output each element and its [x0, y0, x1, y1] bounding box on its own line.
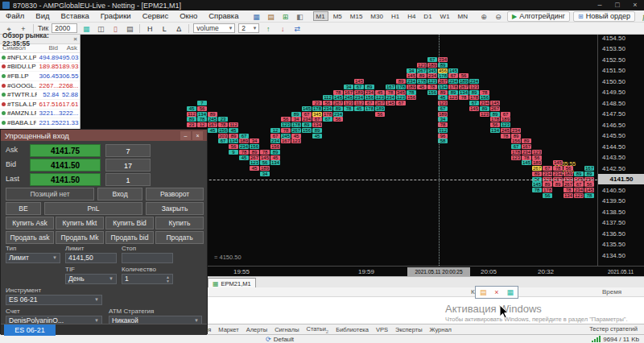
profiles-icon[interactable]: ▤ [265, 11, 278, 22]
buy-market-button[interactable]: Купить Mkt [56, 217, 104, 229]
cluster-chart-icon[interactable]: ▦ [80, 23, 93, 34]
timeframe-M30[interactable]: M30 [367, 11, 386, 21]
sell-button[interactable]: Продать [155, 231, 204, 244]
instrument-tab-es[interactable]: ES 06-21 [4, 324, 56, 336]
minimize-button[interactable]: – [591, 0, 609, 10]
cluster-cell: 156 [407, 95, 416, 100]
market-watch-icon[interactable]: ⊞ [279, 11, 292, 22]
panel-close-button[interactable]: × [192, 131, 203, 140]
spinner-arrows-icon[interactable]: ▲▼ [166, 275, 170, 283]
instrument-select[interactable]: ES 06-21 ▼ [6, 295, 102, 305]
profile-indicator[interactable]: ⟳ Default [266, 336, 294, 343]
toolbox-tab-Библиотека[interactable]: Библиотека [336, 326, 369, 333]
timeframe-M5[interactable]: M5 [330, 11, 345, 21]
cluster-cell: 89 [312, 128, 322, 133]
market-watch-row[interactable]: #TSLA.LP617.51617.61 [0, 100, 80, 110]
delta-toggle[interactable]: Δ [172, 23, 185, 34]
toolbox-tab-Алерты[interactable]: Алерты [246, 326, 267, 333]
sync-icon[interactable]: ⇄ [291, 23, 303, 34]
maximize-button[interactable]: □ [609, 0, 626, 10]
tif-select[interactable]: День ▼ [65, 274, 117, 284]
menu-item-Файл[interactable]: Файл [0, 10, 30, 22]
cluster-cell: 45 [250, 166, 259, 171]
quantity-stepper[interactable]: 1 ▲▼ [122, 274, 173, 284]
down-arrow-icon[interactable]: ↓ [276, 23, 289, 34]
copy-icon[interactable]: ▤ [480, 287, 487, 298]
menu-item-Окно[interactable]: Окно [174, 10, 203, 22]
column-symbol[interactable]: Символ [0, 44, 35, 52]
toolbox-tab-Эксперты[interactable]: Эксперты [395, 326, 423, 333]
column-ask[interactable]: Ask [58, 44, 79, 52]
sell-ask-button[interactable]: Продать ask [6, 231, 54, 244]
price-label: 4152.50 [602, 56, 625, 64]
algo-trading-button[interactable]: ▶ Алготрейдинг [507, 11, 570, 22]
high-toggle[interactable]: H [143, 23, 156, 34]
entry-button[interactable]: Вход [97, 188, 142, 200]
stop-price-input[interactable] [122, 253, 173, 263]
order-type-select[interactable]: Лимит ▼ [6, 253, 60, 263]
navigator-icon[interactable]: ◧ [294, 11, 307, 22]
up-arrow-icon[interactable]: ↑ [262, 23, 275, 34]
menu-item-Вставка[interactable]: Вставка [56, 10, 95, 22]
timeframe-M1[interactable]: M1 [313, 11, 328, 21]
toolbox-tab-Маркет[interactable]: Маркет [218, 326, 238, 333]
profile-view-icon[interactable]: ▤ [123, 23, 136, 34]
menu-item-Справка[interactable]: Справка [203, 10, 244, 22]
bars-chart-icon[interactable]: ◫ [94, 23, 107, 34]
price-scale[interactable]: 4141.50 4154.504153.504152.504151.504150… [597, 35, 644, 266]
close-button[interactable]: × [626, 0, 644, 10]
market-watch-row[interactable]: #TWTR.LP52.8452.88 [0, 90, 80, 100]
market-watch-row[interactable]: #BIDU.LP189.85189.93 [0, 63, 80, 72]
grid-icon[interactable]: ▦ [507, 287, 514, 298]
instrument-label: Инструмент [6, 287, 41, 294]
timeframe-W1[interactable]: W1 [437, 11, 453, 21]
connection-indicator[interactable]: 9694 / 11 Kb [592, 336, 639, 343]
pnl-button[interactable]: PnL [44, 202, 142, 215]
timeframe-H1[interactable]: H1 [388, 11, 402, 21]
timeframe-M15[interactable]: M15 [347, 11, 366, 21]
zoom-out-icon[interactable]: ⊖ [492, 11, 505, 22]
menu-item-Графики[interactable]: Графики [95, 10, 137, 22]
strategy-tester-label[interactable]: Тестер стратегий [589, 325, 638, 333]
scale-select[interactable]: 2 ▾ [238, 23, 259, 33]
toolbox-tab-Журнал[interactable]: Журнал [430, 326, 452, 333]
sell-market-button[interactable]: Продать Mk [56, 231, 104, 244]
close-icon[interactable]: × [73, 35, 77, 43]
trade-panel-titlebar[interactable]: Упрощенный вход – × [1, 130, 207, 141]
buy-ask-button[interactable]: Купить Ask [6, 217, 54, 229]
low-toggle[interactable]: L [158, 23, 171, 34]
buy-bid-button[interactable]: Купить Bid [105, 217, 154, 229]
market-watch-row[interactable]: #FB.LP306.45306.55 [0, 72, 80, 81]
close-icon[interactable]: × [494, 287, 498, 298]
new-chart-icon[interactable]: ▦ [250, 11, 263, 22]
column-bid[interactable]: Bid [35, 44, 58, 52]
panel-minimize-button[interactable]: – [180, 131, 191, 140]
market-watch-row[interactable]: #AMZN.LP3221...3222... [0, 110, 80, 119]
sell-bid-button[interactable]: Продать bid [105, 231, 154, 244]
signal-bars-icon [592, 336, 601, 342]
zoom-in-icon[interactable]: ⊕ [477, 11, 490, 22]
menu-item-Вид[interactable]: Вид [30, 10, 55, 22]
new-order-button[interactable]: ⊞ Новый ордер [573, 11, 635, 22]
candles-chart-icon[interactable]: ▯ [109, 23, 122, 34]
market-watch-row[interactable]: #NFLX.LP494.89495.03 [0, 53, 80, 63]
cluster-cell: 145 [490, 101, 500, 105]
no-position-button[interactable]: Позиций нет [6, 188, 94, 200]
column-time[interactable]: Время [602, 288, 621, 295]
market-watch-row[interactable]: #GOOGL.LP2267...2268... [0, 81, 80, 91]
volume-mode-select[interactable]: volume ▾ [193, 23, 235, 33]
close-position-button[interactable]: Закрыть [146, 202, 204, 215]
toolbox-tab-Сигналы[interactable]: Сигналы [275, 326, 299, 333]
breakeven-button[interactable]: BE [6, 202, 41, 215]
toolbox-tab-Статьи[interactable]: Статьи2 [307, 325, 329, 334]
timeframe-H4[interactable]: H4 [404, 11, 419, 21]
toolbox-tab-VPS[interactable]: VPS [376, 326, 388, 333]
limit-price-input[interactable]: 4141,50 [65, 253, 117, 263]
market-watch-row[interactable]: #BABA.LP221.25221.33 [0, 118, 80, 128]
timeframe-D1[interactable]: D1 [420, 11, 435, 21]
reverse-button[interactable]: Разворот [146, 188, 204, 200]
buy-button[interactable]: Купить [155, 217, 204, 229]
indicators-icon[interactable]: ƒ [638, 11, 644, 22]
timeframe-MN[interactable]: MN [455, 11, 471, 21]
menu-item-Сервис[interactable]: Сервис [137, 10, 175, 22]
